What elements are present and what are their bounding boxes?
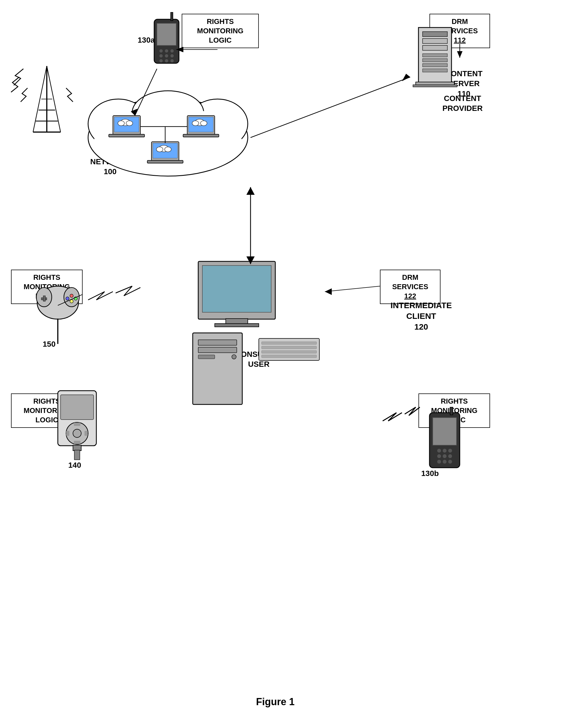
svg-point-40: [118, 121, 124, 126]
lightning-bolt-150-to-computer: [88, 286, 140, 300]
svg-rect-90: [433, 418, 457, 445]
svg-rect-6: [423, 64, 447, 67]
svg-rect-11: [157, 23, 176, 45]
label-130a: 130a: [138, 36, 155, 44]
svg-marker-114: [325, 288, 332, 295]
svg-rect-38: [109, 134, 144, 137]
lightning-bolt-130b: [383, 407, 420, 421]
svg-rect-83: [74, 423, 80, 426]
svg-rect-69: [261, 355, 317, 358]
svg-line-103: [250, 77, 410, 138]
svg-rect-4: [423, 54, 447, 57]
svg-rect-87: [73, 445, 81, 451]
network-cloud-icon: [88, 91, 248, 176]
svg-point-19: [165, 59, 168, 62]
svg-rect-7: [423, 69, 447, 72]
svg-marker-111: [457, 51, 463, 58]
svg-rect-86: [84, 431, 88, 436]
svg-rect-85: [66, 431, 69, 436]
svg-rect-88: [74, 450, 80, 460]
svg-point-18: [159, 59, 163, 62]
svg-point-16: [165, 54, 168, 58]
svg-point-94: [437, 454, 441, 458]
svg-marker-107: [246, 187, 255, 195]
svg-rect-57: [202, 266, 271, 312]
svg-rect-59: [215, 324, 259, 327]
svg-rect-63: [198, 355, 215, 359]
svg-point-78: [70, 300, 73, 303]
svg-rect-21: [171, 12, 173, 21]
svg-rect-61: [198, 340, 237, 345]
svg-point-64: [232, 355, 236, 359]
svg-rect-68: [261, 351, 317, 353]
svg-point-92: [443, 449, 447, 453]
svg-rect-2: [423, 39, 447, 43]
desktop-computer-icon: [193, 261, 319, 404]
svg-rect-44: [183, 134, 219, 137]
svg-point-95: [443, 454, 447, 458]
svg-point-47: [200, 121, 207, 126]
svg-point-96: [448, 454, 452, 458]
diagram-svg: 130a: [0, 0, 563, 728]
svg-marker-104: [402, 74, 410, 81]
svg-point-12: [159, 49, 163, 53]
svg-rect-62: [198, 347, 237, 353]
svg-point-82: [73, 429, 81, 437]
svg-rect-80: [61, 395, 94, 420]
svg-point-13: [165, 49, 168, 53]
svg-rect-9: [413, 85, 457, 87]
label-150: 150: [43, 340, 56, 348]
label-130b: 130b: [421, 469, 439, 478]
mp3-player-icon: [58, 391, 96, 460]
svg-rect-3: [423, 45, 447, 50]
label-140: 140: [68, 461, 81, 469]
content-server-icon: [413, 28, 457, 87]
svg-point-17: [170, 54, 174, 58]
game-controller-icon: [36, 286, 79, 344]
svg-rect-1: [423, 32, 447, 37]
svg-point-15: [159, 54, 163, 58]
svg-line-113: [325, 286, 380, 292]
svg-rect-100: [450, 407, 453, 415]
svg-point-46: [192, 121, 199, 126]
mobile-phone-130b-icon: [430, 407, 460, 468]
svg-point-91: [437, 449, 441, 453]
svg-point-75: [70, 294, 73, 297]
diagram: RIGHTSMONITORINGLOGIC DRMSERVICES112 CON…: [0, 0, 563, 728]
svg-point-20: [170, 59, 174, 62]
svg-rect-84: [74, 441, 80, 444]
svg-point-98: [443, 460, 447, 464]
antenna-tower-icon: [11, 66, 73, 132]
svg-point-77: [66, 297, 69, 300]
svg-rect-74: [43, 296, 45, 301]
svg-rect-50: [147, 160, 183, 163]
svg-rect-67: [261, 346, 317, 349]
svg-rect-5: [423, 59, 447, 62]
svg-point-53: [165, 147, 171, 152]
mobile-phone-130a-icon: [154, 12, 179, 63]
svg-point-52: [156, 147, 163, 152]
svg-rect-66: [261, 342, 317, 344]
svg-point-41: [126, 121, 133, 126]
svg-point-99: [448, 460, 452, 464]
svg-point-93: [448, 449, 452, 453]
svg-point-97: [437, 460, 441, 464]
svg-point-14: [170, 49, 174, 53]
